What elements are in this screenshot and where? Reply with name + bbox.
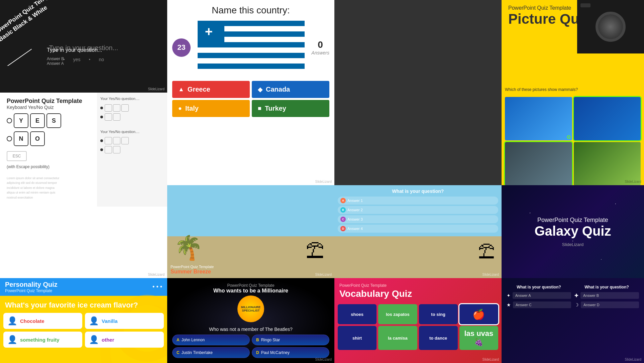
galaxy-title: PowerPoint Quiz Template — [535, 217, 611, 224]
galaxy-a-text: Answer A — [513, 292, 571, 299]
mill-ans-c[interactable]: C Justin Timberlake — [172, 347, 250, 358]
opt-box-y2[interactable] — [105, 137, 112, 144]
ans-fruity[interactable]: 👤 something fruity — [3, 332, 82, 348]
answer-turkey[interactable]: ■ Turkey — [252, 100, 329, 117]
square-icon: ■ — [258, 105, 261, 112]
ans-other[interactable]: 👤 other — [85, 332, 164, 348]
key-n[interactable]: N — [14, 131, 28, 146]
beach-q1-title: What is your question? — [338, 189, 498, 194]
ans-vanilla[interactable]: 👤 Vanilla — [85, 313, 164, 329]
brand-mill: SlideLizard — [315, 358, 332, 361]
vocab-to-dance[interactable]: to dance — [419, 326, 458, 350]
brand-beach1: SlideLizard — [482, 273, 499, 276]
brand-vocab: SlideLizard — [482, 358, 499, 361]
cell-keyboard-quiz: PowerPoint Quiz Template Keyboard Yes/No… — [0, 93, 167, 278]
beach-opt-c-text: Answer 3 — [347, 217, 363, 221]
palm-tree-icon: 🌴 — [174, 234, 203, 261]
cell-vocab-quiz: PowerPoint Quiz Template Vocabulary Quiz… — [334, 278, 502, 363]
beach-opts: A Answer 1 B Answer 2 C Answer 3 D Answe… — [338, 197, 498, 233]
personality-answers: 👤 Chocolate 👤 Vanilla 👤 something fruity… — [0, 313, 167, 348]
avatar-other: 👤 — [89, 335, 99, 344]
answer-greece[interactable]: ▲ Greece — [172, 81, 250, 98]
galaxy-ans-d[interactable]: ☽ Answer D — [574, 301, 639, 308]
img-shark — [574, 97, 641, 140]
galaxy-ans-c[interactable]: ★ Answer C — [507, 301, 571, 308]
triangle-icon: ▲ — [178, 86, 184, 93]
galaxy-b-text: Answer B — [580, 292, 639, 299]
galaxy-ans-b[interactable]: ✚ Answer B — [574, 292, 639, 299]
circle-icon: ● — [178, 105, 182, 112]
mill-ans-a[interactable]: A John Lennon — [172, 335, 250, 345]
vocab-shoes[interactable]: shoes — [338, 304, 377, 324]
opt-box-o[interactable] — [113, 113, 120, 121]
beach-opt-c[interactable]: C Answer 3 — [338, 215, 498, 223]
millionaire-inner: PowerPoint Quiz Template Who wants to be… — [167, 278, 334, 363]
brand-country: SlideLizard — [315, 180, 332, 184]
summer-bg — [167, 185, 334, 278]
opt-dot-3 — [100, 139, 103, 142]
opt-boxes-4 — [105, 146, 120, 153]
opt-boxes-3 — [105, 137, 129, 144]
personality-banner: Personality Quiz PowerPoint Quiz Templat… — [0, 278, 167, 296]
ans-chocolate[interactable]: 👤 Chocolate — [3, 313, 82, 329]
galaxy-ans-a[interactable]: ✦ Answer A — [507, 292, 571, 299]
mill-a-text: John Lennon — [182, 338, 205, 342]
key-o[interactable]: O — [30, 131, 45, 146]
text-preview: Lorem ipsum dolor sit amet consectetur a… — [0, 169, 67, 207]
turkey-label: Turkey — [265, 105, 286, 112]
vocab-apple-img[interactable]: 🍎 — [459, 304, 498, 324]
opt-c-circle: C — [340, 217, 346, 222]
vocab-shirt[interactable]: shirt — [338, 326, 377, 350]
millionaire-logo: MILLIONAIRE SPECIALIST — [237, 295, 264, 322]
italy-label: Italy — [185, 105, 199, 112]
vocab-los-zapatos[interactable]: los zapatos — [378, 304, 417, 324]
vocab-grid: shoes los zapatos to sing 🍎 shirt la cam… — [334, 302, 502, 352]
mill-c-text: Justin Timberlake — [182, 350, 213, 355]
answers-label: Answers — [311, 50, 329, 55]
avatar-van: 👤 — [89, 316, 99, 326]
cell-black-white: PowerPoint Quiz Template Basic Black & W… — [0, 0, 167, 93]
opt-b-circle: B — [340, 207, 346, 213]
mill-ans-b[interactable]: B Ringo Star — [252, 335, 329, 345]
vocab-la-camisa[interactable]: la camisa — [378, 326, 417, 350]
opt-box-s2[interactable] — [121, 137, 129, 144]
opt-box-e2[interactable] — [113, 137, 120, 144]
keyboard-right: Your Yes/No question.... — [97, 93, 167, 207]
personality-sub: PowerPoint Quiz Template — [5, 288, 58, 293]
star-icon-c: ★ — [507, 302, 511, 308]
plus-icon-b: ✚ — [574, 293, 578, 298]
country-title: Name this country: — [212, 5, 290, 16]
key-y[interactable]: Y — [14, 113, 28, 128]
vocab-grapes-img[interactable]: las uvas 🍇 — [459, 326, 498, 350]
mill-ans-d[interactable]: D Paul McCartney — [252, 347, 329, 358]
cell-country-quiz: Name this country: 23 0 Answers ▲ Greece… — [167, 0, 334, 185]
beach-opt-d[interactable]: D Answer 4 — [338, 225, 498, 233]
opt-box-y[interactable] — [105, 104, 112, 112]
key-e[interactable]: E — [30, 113, 45, 128]
beach-opt-b[interactable]: B Answer 2 — [338, 206, 498, 214]
galaxy-q-label2: What is your question? — [574, 285, 639, 289]
umbrella-icon: ⛱ — [306, 240, 324, 261]
opt-box-e[interactable] — [113, 104, 120, 112]
galaxy-q-label: What is your question? — [507, 285, 571, 289]
mill-title: Who wants to be a Millionaire — [213, 288, 288, 294]
answer-italy[interactable]: ● Italy — [172, 100, 250, 117]
summer-sub: PowerPoint Quiz Template — [171, 265, 214, 269]
key-s[interactable]: S — [46, 113, 61, 128]
beach-opt-a[interactable]: A Answer 1 — [338, 197, 498, 205]
mill-d-letter: D — [256, 350, 259, 355]
opt-box-s[interactable] — [121, 104, 129, 112]
opt-dot-1 — [100, 107, 103, 109]
mill-sub: PowerPoint Quiz Template — [227, 283, 274, 288]
opt-box-n[interactable] — [105, 113, 112, 121]
cell-picture-quiz: PowerPoint Quiz Template Picture Quiz Wh… — [502, 0, 644, 185]
answer-canada[interactable]: ◆ Canada — [252, 81, 329, 98]
vocab-to-sing[interactable]: to sing — [419, 304, 458, 324]
opt-boxes-2 — [105, 113, 120, 121]
camera-bg — [577, 0, 644, 53]
opt-box-o2[interactable] — [113, 146, 120, 153]
opt-box-n2[interactable] — [105, 146, 112, 153]
escape-key[interactable]: ESC — [7, 151, 27, 161]
question-number: 23 — [172, 38, 191, 57]
opt-row-4 — [100, 146, 164, 153]
